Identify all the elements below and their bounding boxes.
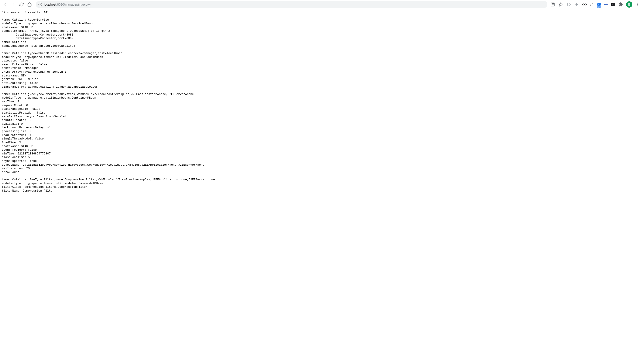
svg-rect-7	[597, 3, 601, 5]
svg-point-10	[614, 3, 614, 4]
asterisk-extension-icon[interactable]	[604, 2, 608, 7]
bookmark-icon[interactable]	[558, 2, 564, 7]
url-host: localhost	[44, 3, 56, 6]
svg-rect-1	[552, 3, 552, 4]
svg-point-13	[637, 5, 638, 6]
svg-point-9	[612, 3, 613, 4]
new-label: New	[597, 6, 601, 8]
function-extension-icon[interactable]: f?	[590, 2, 594, 7]
dark-extension-icon[interactable]	[611, 2, 615, 7]
menu-icon[interactable]	[635, 2, 640, 7]
install-app-icon[interactable]	[550, 2, 556, 7]
page-content: OK - Number of results: 141 Name: Catali…	[0, 9, 644, 195]
profile-avatar[interactable]: B	[626, 1, 632, 7]
screenshot-extension-icon[interactable]: New	[596, 2, 601, 7]
svg-rect-2	[553, 3, 554, 4]
svg-rect-8	[611, 3, 615, 6]
svg-point-11	[637, 3, 638, 3]
svg-point-6	[585, 3, 586, 5]
site-info-icon[interactable]: i	[38, 3, 42, 6]
svg-point-12	[637, 4, 638, 5]
glasses-extension-icon[interactable]	[582, 2, 587, 7]
svg-point-4	[567, 3, 570, 6]
bolt-extension-icon[interactable]	[574, 2, 580, 7]
svg-point-5	[582, 3, 584, 5]
back-button[interactable]	[2, 1, 9, 8]
reload-button[interactable]	[18, 1, 25, 8]
forward-button[interactable]	[10, 1, 17, 8]
browser-toolbar: i localhost:8080/manager/jmxproxy f? New	[0, 0, 644, 9]
url-path: :8080/manager/jmxproxy	[56, 3, 91, 6]
toolbar-icons: f? New B	[550, 1, 642, 7]
address-bar[interactable]: i localhost:8080/manager/jmxproxy	[36, 1, 547, 8]
svg-marker-3	[559, 2, 563, 6]
extensions-icon[interactable]	[618, 2, 624, 7]
url-text: localhost:8080/manager/jmxproxy	[44, 3, 91, 6]
home-button[interactable]	[26, 1, 33, 8]
circle-extension-icon[interactable]	[566, 2, 572, 7]
